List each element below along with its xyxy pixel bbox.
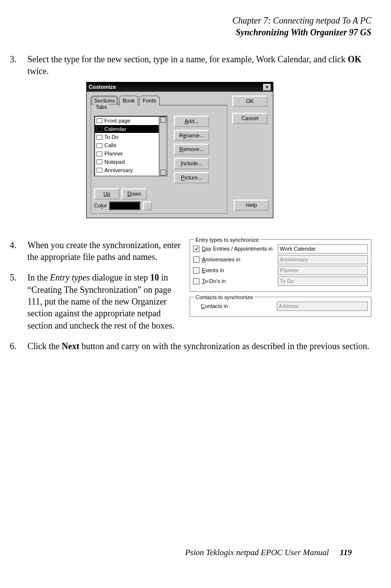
customize-dialog: Customize × Sections Book Fonts Tabs	[86, 82, 273, 218]
step-number: 3.	[10, 53, 24, 230]
tab-book[interactable]: Book	[119, 96, 138, 105]
page-number: 119	[340, 548, 352, 557]
footer-text: Psion Teklogix netpad EPOC User Manual	[185, 548, 329, 557]
color-dropdown-button[interactable]	[143, 202, 152, 210]
list-item: Planner	[95, 150, 159, 158]
tab-fonts[interactable]: Fonts	[139, 96, 160, 105]
chapter-title: Chapter 7: Connecting netpad To A PC	[10, 15, 371, 26]
list-item: Calendar	[95, 125, 159, 133]
step-body: In the Entry types dialogue in step 10 i…	[27, 272, 184, 331]
sync-field: Address	[277, 302, 368, 311]
sync-field: To Do	[278, 277, 368, 286]
step-number: 5.	[10, 272, 24, 331]
remove-button[interactable]: Remove...	[174, 144, 209, 155]
step-3: 3. Select the type for the new section, …	[10, 53, 371, 230]
list-item: To Do	[95, 133, 159, 141]
step-4: 4. When you create the synchronization, …	[10, 239, 184, 263]
cancel-button[interactable]: Cancel	[232, 113, 268, 124]
list-item: Anniversary	[95, 166, 159, 175]
include-button[interactable]: Include...	[174, 158, 209, 169]
add-button[interactable]: Add...	[174, 116, 209, 127]
picture-button[interactable]: Picture...	[174, 172, 209, 183]
dialog-titlebar: Customize ×	[87, 82, 273, 92]
contacts-group: Contacts to synchronize Contacts in Addr…	[190, 297, 371, 317]
list-item: Calls	[95, 141, 159, 150]
sync-field: Anniversary	[278, 255, 368, 264]
up-button[interactable]: Up	[94, 188, 120, 200]
contacts-legend: Contacts to synchronize	[194, 294, 254, 301]
list-item: Notepad	[95, 158, 159, 166]
step-body: When you create the synchronization, ent…	[27, 239, 184, 263]
rename-button[interactable]: Rename...	[174, 130, 209, 141]
entry-types-legend: Entry types to synchronize	[194, 236, 260, 244]
dialog-title: Customize	[89, 83, 116, 91]
sync-row: Events in Planner	[193, 266, 368, 275]
step-5: 5. In the Entry types dialogue in step 1…	[10, 272, 184, 331]
page-footer: Psion Teklogix netpad EPOC User Manual 1…	[185, 547, 352, 559]
notepad-icon	[97, 159, 102, 164]
sync-label: To-Do's in	[202, 278, 278, 285]
section-title: Synchronizing With Organizer 97 GS	[10, 26, 371, 38]
help-button[interactable]: Help	[234, 200, 269, 211]
color-swatch	[109, 202, 141, 210]
calls-icon	[97, 143, 102, 148]
checkbox-anniversaries[interactable]	[193, 256, 199, 263]
down-button[interactable]: Down	[122, 188, 147, 200]
sync-row: To-Do's in To Do	[193, 277, 368, 286]
planner-icon	[97, 152, 102, 156]
step-number: 6.	[10, 340, 24, 352]
page-header: Chapter 7: Connecting netpad To A PC Syn…	[10, 15, 371, 39]
checkbox-events[interactable]	[193, 267, 199, 274]
tabs-group: Tabs Front page Calendar To Do Calls Pla…	[91, 105, 227, 214]
checkbox-todos[interactable]	[193, 278, 199, 284]
scrollbar[interactable]	[160, 116, 168, 177]
sync-row: Day Entries / Appointments in Work Calen…	[193, 244, 368, 254]
section-listbox[interactable]: Front page Calendar To Do Calls Planner …	[94, 116, 160, 177]
sync-label: Anniversaries in	[202, 256, 278, 263]
checkbox-day-entries[interactable]	[193, 246, 199, 252]
entry-types-group: Entry types to synchronize Day Entries /…	[190, 239, 371, 292]
calendar-icon	[97, 127, 102, 131]
list-item: Chris's Addresses	[95, 175, 159, 177]
sync-field[interactable]: Work Calendar	[278, 244, 368, 254]
step-body: Select the type for the new section, typ…	[27, 53, 371, 230]
ok-button[interactable]: OK	[232, 96, 268, 107]
tabs-group-label: Tabs	[94, 104, 108, 110]
anniversary-icon	[97, 168, 102, 173]
color-label: Color	[94, 202, 107, 209]
list-item: Front page	[95, 117, 159, 125]
sync-field: Planner	[278, 266, 368, 275]
step-body: Click the Next button and carry on with …	[27, 340, 371, 352]
close-icon[interactable]: ×	[263, 84, 271, 91]
sync-label: Day Entries / Appointments in	[202, 245, 278, 253]
sync-row: Anniversaries in Anniversary	[193, 255, 368, 264]
tab-strip: Sections Book Fonts	[91, 96, 227, 105]
address-icon	[97, 176, 102, 177]
todo-icon	[97, 135, 102, 140]
step-6: 6. Click the Next button and carry on wi…	[10, 340, 371, 352]
sync-label: Events in	[202, 267, 278, 274]
step-number: 4.	[10, 239, 24, 263]
page-icon	[97, 118, 102, 123]
sync-row: Contacts in Address	[193, 302, 368, 311]
sync-label: Contacts in	[201, 303, 277, 310]
